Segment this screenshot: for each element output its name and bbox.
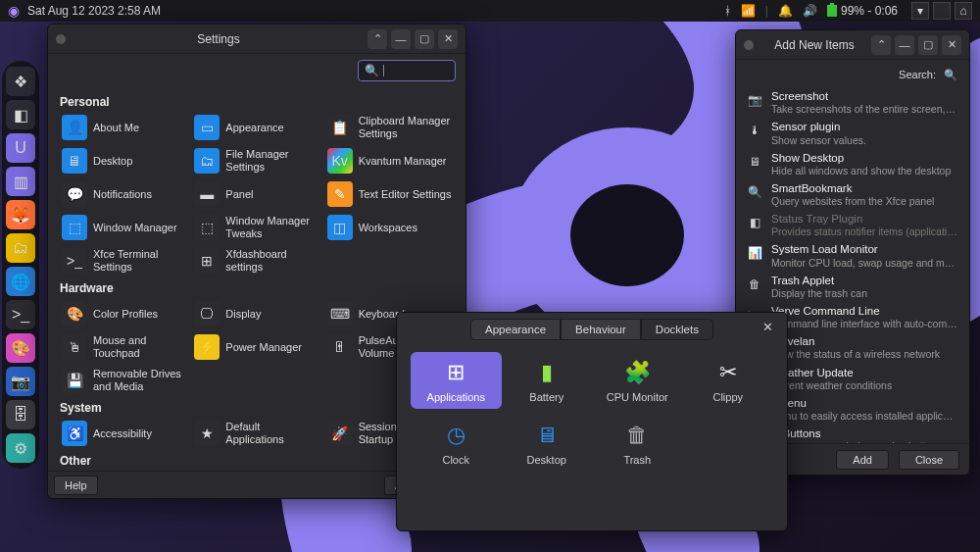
expand-button[interactable]: ⌃ <box>871 35 891 55</box>
expand-button[interactable]: ⌃ <box>368 29 387 49</box>
dock-item-settings[interactable]: ⚙ <box>6 433 35 463</box>
docklet-cpu-monitor[interactable]: 🧩CPU Monitor <box>592 352 683 409</box>
add-items-title: Add New Items <box>758 38 871 52</box>
tab-behaviour[interactable]: Behaviour <box>561 319 641 340</box>
settings-tile[interactable]: ♿Accessibility <box>58 417 190 450</box>
settings-titlebar[interactable]: Settings ⌃ — ▢ ✕ <box>48 25 466 54</box>
settings-tile[interactable]: 🎨Color Profiles <box>58 297 190 330</box>
dock-item-file-manager[interactable]: 🗄 <box>6 400 35 429</box>
item-desc: Display the trash can <box>771 287 867 299</box>
item-name: Status Tray Plugin <box>771 213 957 226</box>
tile-icon: ♿ <box>62 421 87 446</box>
tile-label: Display <box>225 308 261 321</box>
tile-label: Text Editor Settings <box>359 188 452 201</box>
settings-tile[interactable]: 🖵Display <box>190 297 322 330</box>
item-name: Sensor plugin <box>771 121 866 133</box>
item-name: System Load Monitor <box>771 243 957 256</box>
panel-button-blank[interactable] <box>933 2 951 20</box>
volume-icon[interactable]: 🔊 <box>803 4 817 18</box>
minimize-button[interactable]: — <box>391 29 411 49</box>
settings-tile[interactable]: 💾Removable Drives and Media <box>58 364 190 397</box>
settings-tile[interactable]: ⬚Window Manager <box>58 211 190 244</box>
add-item-row[interactable]: 🌡Sensor pluginShow sensor values. <box>740 118 965 148</box>
dock-item-firefox[interactable]: 🦊 <box>6 200 35 229</box>
panel-button-down[interactable]: ▾ <box>911 2 929 20</box>
item-name: SmartBookmark <box>771 182 934 195</box>
docklet-label: Applications <box>427 391 485 403</box>
top-panel: ◉ Sat Aug 12 2023 2:58 AM ᚼ 📶 | 🔔 🔊 99% … <box>0 0 980 22</box>
close-button[interactable]: ✕ <box>762 320 773 334</box>
settings-tile[interactable]: ▬Panel <box>190 177 322 211</box>
maximize-button[interactable]: ▢ <box>918 35 938 55</box>
tile-icon: 💬 <box>62 181 87 207</box>
tile-label: About Me <box>93 122 139 134</box>
docklet-trash[interactable]: 🗑Trash <box>592 415 683 472</box>
settings-tile[interactable]: ⬚Window Manager Tweaks <box>190 211 322 244</box>
tile-icon: ⊞ <box>194 248 220 274</box>
tab-docklets[interactable]: Docklets <box>641 319 713 340</box>
add-item-row[interactable]: 🖥Show DesktopHide all windows and show t… <box>740 149 965 179</box>
add-button[interactable]: Add <box>836 450 889 470</box>
settings-tile[interactable]: ◫Workspaces <box>323 211 456 244</box>
docklet-applications[interactable]: ⊞Applications <box>411 352 502 409</box>
settings-tile[interactable]: >_Xfce Terminal Settings <box>58 244 190 277</box>
tile-label: Panel <box>225 188 253 201</box>
docklet-icon: 🖥 <box>532 421 562 450</box>
settings-tile[interactable]: 👤About Me <box>58 111 190 144</box>
section-header: Hardware <box>58 277 456 297</box>
item-desc: Command line interface with auto-complet… <box>771 318 957 329</box>
docklet-clock[interactable]: ◷Clock <box>411 415 502 472</box>
settings-tile[interactable]: 🖥Desktop <box>58 144 190 177</box>
minimize-button[interactable]: — <box>895 35 914 55</box>
tab-appearance[interactable]: Appearance <box>470 319 561 340</box>
add-items-titlebar[interactable]: Add New Items ⌃ — ▢ ✕ <box>736 30 969 60</box>
docklet-desktop[interactable]: 🖥Desktop <box>502 415 593 472</box>
wifi-icon[interactable]: 📶 <box>741 4 756 18</box>
settings-tile[interactable]: KvKvantum Manager <box>323 144 456 177</box>
settings-tile[interactable]: ★Default Applications <box>190 417 322 450</box>
settings-search-input[interactable]: 🔍 <box>358 60 456 81</box>
dock-item-files[interactable]: 🗂 <box>6 233 35 263</box>
docklet-label: Battery <box>529 391 564 403</box>
battery-indicator[interactable]: 99% - 0:06 <box>827 4 898 18</box>
close-dialog-button[interactable]: Close <box>899 450 959 470</box>
search-icon[interactable]: 🔍 <box>942 66 959 83</box>
add-item-row[interactable]: 🗑Trash AppletDisplay the trash can <box>740 272 965 302</box>
settings-tile[interactable]: ⊞Xfdashboard settings <box>190 244 322 277</box>
help-button[interactable]: Help <box>54 476 98 495</box>
settings-tile[interactable]: ✎Text Editor Settings <box>323 177 456 211</box>
dock-item-window-tiler[interactable]: ▥ <box>6 167 35 196</box>
tile-label: Color Profiles <box>93 308 158 321</box>
settings-tile[interactable]: 🖱Mouse and Touchpad <box>58 330 190 364</box>
item-name: Show Desktop <box>771 152 951 165</box>
tile-icon: 🚀 <box>327 421 353 446</box>
docklet-battery[interactable]: ▮Battery <box>502 352 593 409</box>
docklet-label: Clippy <box>712 391 743 403</box>
logo-icon[interactable]: ◉ <box>8 3 20 19</box>
add-item-row[interactable]: 📊System Load MonitorMonitor CPU load, sw… <box>740 240 965 271</box>
settings-tile[interactable]: 💬Notifications <box>58 177 190 211</box>
close-button[interactable]: ✕ <box>942 35 961 55</box>
dock-item-terminal[interactable]: >_ <box>6 300 35 329</box>
tile-icon: 🗂 <box>194 148 220 174</box>
bluetooth-icon[interactable]: ᚼ <box>724 4 731 18</box>
dock-item-app-launcher[interactable]: ❖ <box>6 67 35 96</box>
dock-item-screenshot[interactable]: 📷 <box>6 367 35 396</box>
dock-item-workspaces[interactable]: ◧ <box>6 100 35 129</box>
settings-tile[interactable]: 🗂File Manager Settings <box>190 144 322 177</box>
settings-tile[interactable]: ⚡Power Manager <box>190 330 322 364</box>
settings-tile[interactable]: ▭Appearance <box>190 111 322 144</box>
panel-button-home[interactable]: ⌂ <box>955 2 972 20</box>
docklet-clippy[interactable]: ✂Clippy <box>683 352 774 409</box>
dock-item-color-picker[interactable]: 🎨 <box>6 333 35 363</box>
dock-item-web[interactable]: 🌐 <box>6 267 35 296</box>
maximize-button[interactable]: ▢ <box>415 29 434 49</box>
add-item-row[interactable]: ◧Status Tray PluginProvides status notif… <box>740 210 965 240</box>
docklet-icon: ◷ <box>441 421 470 450</box>
close-button[interactable]: ✕ <box>438 29 458 49</box>
dock-item-ubuntu-unity[interactable]: U <box>6 133 35 163</box>
settings-tile[interactable]: 📋Clipboard Manager Settings <box>323 111 456 144</box>
bell-icon[interactable]: 🔔 <box>778 4 793 18</box>
add-item-row[interactable]: 🔍SmartBookmarkQuery websites from the Xf… <box>740 179 965 210</box>
add-item-row[interactable]: 📷ScreenshotTake screenshots of the entir… <box>740 87 965 118</box>
